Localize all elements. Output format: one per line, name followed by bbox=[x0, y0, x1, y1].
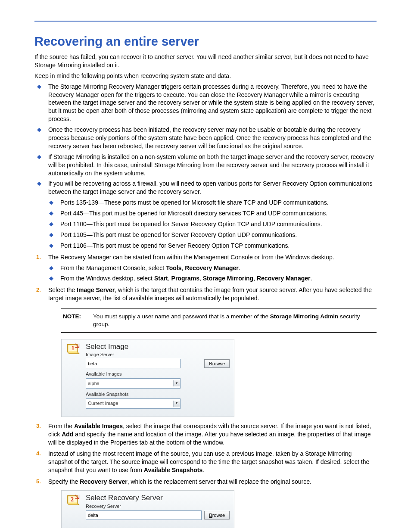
chevron-down-icon: ▼ bbox=[173, 401, 180, 407]
step-2: Select the Image Server, which is the ta… bbox=[47, 286, 377, 417]
recovery-server-label: Recovery Server bbox=[86, 503, 230, 510]
list-item: Port 1100—This port must be opened for S… bbox=[59, 220, 377, 228]
panel-title: Select Image bbox=[86, 343, 230, 351]
browse-button[interactable]: Browse bbox=[204, 359, 230, 368]
list-item: Port 445—This port must be opened for Mi… bbox=[59, 209, 377, 218]
list-item-text: If you will be recovering across a firew… bbox=[48, 180, 372, 195]
list-item: If Storage Mirroring is installed on a n… bbox=[47, 153, 377, 177]
page-title: Recovering an entire server bbox=[34, 34, 377, 49]
image-server-input[interactable] bbox=[86, 359, 181, 368]
list-item: The Storage Mirroring Recovery Manager t… bbox=[47, 83, 377, 123]
step-4: Instead of using the most recent image o… bbox=[47, 450, 377, 474]
step-2-icon: 2 bbox=[66, 494, 81, 508]
chevron-down-icon: ▼ bbox=[173, 380, 180, 386]
step-5: Specify the Recovery Server, which is th… bbox=[47, 478, 377, 528]
panel-title: Select Recovery Server bbox=[86, 494, 230, 502]
step-1-sublist: From the Management Console, select Tool… bbox=[48, 264, 377, 283]
step-1: The Recovery Manager can be started from… bbox=[47, 253, 377, 283]
available-snapshots-dropdown[interactable]: Current Image ▼ bbox=[86, 398, 181, 409]
note-label: NOTE: bbox=[63, 313, 81, 328]
top-rule bbox=[34, 21, 377, 22]
svg-text:2: 2 bbox=[71, 496, 74, 503]
select-image-panel: 1 Select Image Image Server Browse bbox=[61, 339, 234, 417]
steps-list: The Recovery Manager can be started from… bbox=[34, 253, 377, 528]
port-bullet-list: Ports 135-139—These ports must be opened… bbox=[48, 199, 377, 249]
list-item: From the Management Console, select Tool… bbox=[59, 264, 377, 272]
intro-paragraph: If the source has failed, you can recove… bbox=[34, 53, 377, 69]
available-images-label: Available Images bbox=[86, 371, 230, 377]
list-item: Once the recovery process has been initi… bbox=[47, 126, 377, 150]
list-item: From the Windows desktop, select Start, … bbox=[59, 274, 377, 283]
list-item: Port 1106—This port must be opend for Se… bbox=[59, 242, 377, 250]
browse-button[interactable]: Browse bbox=[204, 511, 230, 520]
list-item: Ports 135-139—These ports must be opened… bbox=[59, 199, 377, 207]
list-item: Port 1105—This port must be opened for S… bbox=[59, 231, 377, 239]
top-bullet-list: The Storage Mirroring Recovery Manager t… bbox=[34, 83, 377, 250]
step-1-icon: 1 bbox=[66, 343, 81, 357]
select-recovery-server-panel: 2 Select Recovery Server Recovery Server… bbox=[61, 490, 234, 528]
step-1-intro: The Recovery Manager can be started from… bbox=[48, 254, 334, 261]
image-server-label: Image Server bbox=[86, 352, 230, 358]
available-images-dropdown[interactable]: alpha ▼ bbox=[86, 378, 181, 389]
step-3: From the Available Images, select the im… bbox=[47, 422, 377, 447]
svg-text:1: 1 bbox=[72, 344, 75, 351]
note-body: You must supply a user name and password… bbox=[93, 313, 375, 328]
keep-in-mind-paragraph: Keep in mind the following points when r… bbox=[34, 72, 377, 80]
note-block: NOTE: You must supply a user name and pa… bbox=[61, 308, 377, 333]
list-item: If you will be recovering across a firew… bbox=[47, 180, 377, 249]
recovery-server-input[interactable] bbox=[86, 510, 202, 520]
available-snapshots-label: Available Snapshots bbox=[86, 391, 230, 398]
